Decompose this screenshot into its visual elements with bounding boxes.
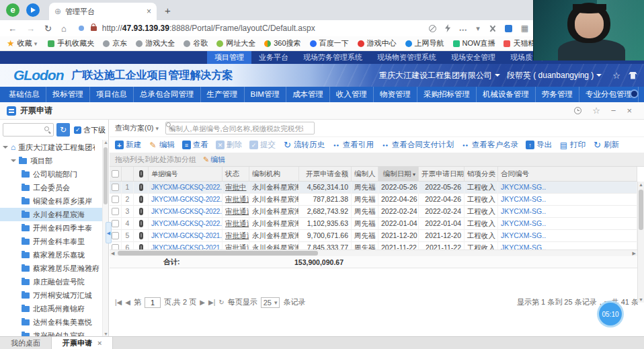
doc-number-link[interactable]: JKYCXM-GCKSQ-2022... bbox=[149, 218, 223, 230]
per-page-select[interactable]: 25▾ bbox=[261, 297, 280, 308]
row-checkbox[interactable] bbox=[112, 232, 119, 239]
scrollbar-thumb[interactable] bbox=[104, 147, 108, 204]
tree-node-company[interactable]: 重庆大江建设工程集团有限公司 bbox=[0, 141, 108, 154]
new-tab-button[interactable]: + bbox=[165, 5, 171, 16]
toolbar-button[interactable]: 编辑 bbox=[149, 140, 175, 150]
contract-link[interactable]: JKYCXM-SG.. bbox=[498, 230, 637, 242]
sync-button[interactable] bbox=[56, 123, 70, 137]
tree-node-project[interactable]: 康庄融创壹号院 bbox=[0, 275, 108, 288]
tree-node-project[interactable]: 万州桐安城万汇城 bbox=[0, 288, 108, 302]
menu-item[interactable]: 机械设备管理 bbox=[476, 87, 535, 102]
scrollbar-thumb[interactable] bbox=[639, 190, 643, 230]
bookmark-item[interactable]: 360搜索 bbox=[264, 38, 300, 48]
browser-logo-icon[interactable]: e bbox=[6, 3, 19, 17]
menu-item[interactable]: 成本管理 bbox=[286, 87, 329, 102]
doc-number-link[interactable]: JKYCXM-GCKSQ-2022... bbox=[149, 194, 223, 206]
tree-node-project[interactable]: 蔡家雅居乐星瀚雅府 bbox=[0, 262, 108, 275]
minimize-icon[interactable] bbox=[611, 106, 616, 116]
tree-node-project[interactable]: 开州金科四季丰泰 bbox=[0, 221, 108, 235]
tree-node-group[interactable]: 项目部 bbox=[0, 154, 108, 167]
menu-item[interactable]: 收入管理 bbox=[329, 87, 373, 102]
bookmark-item[interactable]: NOW直播 bbox=[453, 38, 495, 48]
row-checkbox[interactable] bbox=[112, 184, 119, 191]
menu-item[interactable]: BIM管理 bbox=[244, 87, 286, 102]
first-page-icon[interactable]: |◀ bbox=[115, 299, 122, 306]
attachment-icon[interactable] bbox=[139, 196, 143, 203]
tree-node-project[interactable]: 北碚禹州雍锦府 bbox=[0, 302, 108, 315]
portal-tab[interactable]: 业务平台 bbox=[251, 51, 296, 64]
scroll-up-icon[interactable]: ▲ bbox=[104, 140, 108, 145]
doc-number-link[interactable]: JKYCXM-GCKSQ-2022... bbox=[149, 206, 223, 218]
doc-number-link[interactable]: JKYCXM-GCKSQ-2022... bbox=[149, 182, 223, 194]
column-header[interactable]: 开票申请金额 bbox=[299, 167, 352, 181]
more-icon[interactable] bbox=[459, 24, 467, 33]
scroll-right-icon[interactable]: ▶ bbox=[633, 250, 636, 256]
doc-number-link[interactable]: JKYCXM-GCKSQ-2021... bbox=[149, 242, 223, 250]
contract-link[interactable]: JKYCXM-SG.. bbox=[498, 182, 637, 194]
workspace-tab[interactable]: 我的桌面 bbox=[0, 337, 52, 349]
row-checkbox[interactable] bbox=[112, 196, 119, 203]
back-icon[interactable] bbox=[8, 24, 17, 34]
table-row[interactable]: 5 JKYCXM-GCKSQ-2021... 审批通过 永川金科星宸海 9,70… bbox=[110, 230, 637, 242]
status-link[interactable]: 审批通过 bbox=[225, 231, 249, 239]
toolbar-button[interactable]: 查看合同支付计划 bbox=[381, 140, 454, 150]
toolbar-button[interactable]: 查看 bbox=[182, 140, 208, 150]
row-checkbox[interactable] bbox=[112, 220, 119, 227]
menu-toggle-icon[interactable] bbox=[630, 89, 639, 98]
menu-item[interactable]: 生产管理 bbox=[200, 87, 244, 102]
clock-icon[interactable] bbox=[574, 107, 581, 114]
lightning-icon[interactable] bbox=[445, 24, 450, 32]
attachment-icon[interactable] bbox=[139, 184, 143, 191]
browser-tab[interactable]: ⊕ 管理平台 × bbox=[49, 3, 157, 20]
contract-link[interactable]: JKYCXM-SG.. bbox=[498, 206, 637, 218]
contract-link[interactable]: JKYCXM-SG.. bbox=[498, 218, 637, 230]
home-icon[interactable] bbox=[61, 24, 67, 34]
next-page-icon[interactable]: ▶ bbox=[200, 299, 205, 306]
status-link[interactable]: 审批中 bbox=[225, 183, 247, 191]
grid-icon[interactable] bbox=[521, 24, 528, 33]
attachment-icon[interactable] bbox=[139, 244, 143, 249]
menu-item[interactable]: 基础信息 bbox=[3, 87, 46, 102]
scissors-icon[interactable] bbox=[489, 25, 496, 32]
scroll-up-icon[interactable]: ▲ bbox=[639, 182, 643, 187]
quick-search-input[interactable] bbox=[169, 123, 303, 133]
search-icon[interactable] bbox=[303, 125, 310, 132]
doc-number-link[interactable]: JKYCXM-GCKSQ-2021... bbox=[149, 230, 223, 242]
prev-page-icon[interactable]: ◀ bbox=[125, 299, 130, 306]
toolbar-button[interactable]: 查看客户名录 bbox=[461, 140, 518, 150]
table-row[interactable]: 4 JKYCXM-GCKSQ-2022... 审批通过 永川金科星宸海 1,10… bbox=[110, 218, 637, 230]
column-header[interactable]: 单据编号 bbox=[149, 167, 223, 181]
column-header[interactable]: 开票申请日期 bbox=[419, 167, 465, 181]
toolbar-button[interactable]: 打印 bbox=[559, 140, 586, 150]
tree-node-project[interactable]: 达州金科集美嘉悦 bbox=[0, 315, 108, 329]
caret-down-icon[interactable] bbox=[11, 159, 16, 162]
close-icon[interactable] bbox=[627, 106, 632, 116]
reload-icon[interactable] bbox=[44, 24, 52, 34]
bookmark-item[interactable]: 游戏中心 bbox=[358, 38, 397, 48]
column-header-sorted[interactable]: 编制日期 bbox=[378, 167, 419, 181]
row-checkbox[interactable] bbox=[112, 244, 119, 249]
user-dropdown[interactable]: 段帮英 ( duanbangying ) bbox=[507, 70, 602, 81]
menu-item[interactable]: 采购招标管理 bbox=[417, 87, 476, 102]
menu-item[interactable]: 专业分包管理 bbox=[579, 87, 638, 102]
column-header[interactable]: 状态 bbox=[223, 167, 249, 181]
scrollbar-thumb[interactable] bbox=[118, 251, 318, 256]
portal-tab[interactable]: 项目管理 bbox=[207, 51, 251, 64]
portal-tab[interactable]: 现场物资管理系统 bbox=[370, 51, 444, 64]
bookmark-item[interactable]: 谷歌 bbox=[184, 38, 208, 48]
company-dropdown[interactable]: 重庆大江建设工程集团有限公司 bbox=[379, 70, 500, 81]
table-row[interactable]: 2 JKYCXM-GCKSQ-2022... 审批通过 永川金科星宸海 787,… bbox=[110, 194, 637, 206]
scroll-down-icon[interactable]: ▼ bbox=[639, 297, 643, 302]
chevron-down-icon[interactable] bbox=[476, 24, 480, 33]
bookmark-item[interactable]: 京东 bbox=[103, 38, 127, 48]
select-all-checkbox[interactable] bbox=[112, 170, 119, 178]
edit-columns-button[interactable]: 编辑 bbox=[203, 155, 225, 165]
star-icon[interactable] bbox=[592, 106, 600, 116]
url-bar[interactable]: http://47.93.139.39:8888/Portal/Frame/la… bbox=[102, 24, 315, 33]
toolbar-button[interactable]: 查看引用 bbox=[332, 140, 374, 150]
block-icon[interactable] bbox=[429, 25, 436, 32]
scroll-down-icon[interactable]: ▼ bbox=[104, 332, 108, 336]
bookmark-item[interactable]: 上网导航 bbox=[405, 38, 444, 48]
tree-node-project[interactable]: 永川金科星宸海 bbox=[0, 208, 108, 221]
caret-down-icon[interactable] bbox=[3, 146, 8, 149]
